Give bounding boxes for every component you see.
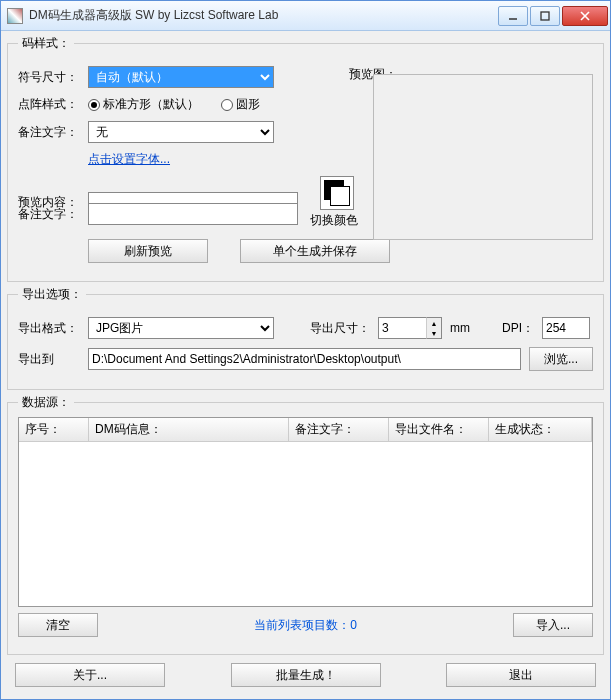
col-filename[interactable]: 导出文件名： (389, 418, 489, 441)
export-size-spinner[interactable]: ▲▼ (378, 317, 442, 339)
style-legend: 码样式： (18, 35, 74, 52)
export-path-label: 导出到 (18, 351, 80, 368)
col-dm-info[interactable]: DM码信息： (89, 418, 289, 441)
chevron-down-icon[interactable]: ▼ (427, 328, 441, 338)
font-settings-link[interactable]: 点击设置字体... (88, 151, 170, 168)
datasource-legend: 数据源： (18, 394, 74, 411)
export-size-label: 导出尺寸： (310, 320, 370, 337)
export-format-select[interactable]: JPG图片 (88, 317, 274, 339)
app-icon (7, 8, 23, 24)
remark-label: 备注文字： (18, 124, 80, 141)
browse-button[interactable]: 浏览... (529, 347, 593, 371)
export-legend: 导出选项： (18, 286, 86, 303)
remark-text-label: 备注文字： (18, 206, 80, 223)
datasource-group: 数据源： 序号： DM码信息： 备注文字： 导出文件名： 生成状态： 清空 当前… (7, 394, 604, 655)
close-button[interactable] (562, 6, 608, 26)
dpi-input[interactable] (542, 317, 590, 339)
single-generate-button[interactable]: 单个生成并保存 (240, 239, 390, 263)
col-remark[interactable]: 备注文字： (289, 418, 389, 441)
window-title: DM码生成器高级版 SW by Lizcst Software Lab (29, 7, 498, 24)
style-group: 码样式： 预览图： 符号尺寸： 自动（默认） 点阵样式： 标准方形（默认） 圆形… (7, 35, 604, 282)
svg-rect-1 (541, 12, 549, 20)
maximize-button[interactable] (530, 6, 560, 26)
swap-color-label: 切换颜色 (310, 212, 358, 229)
export-group: 导出选项： 导出格式： JPG图片 导出尺寸： ▲▼ mm DPI： 导出到 浏… (7, 286, 604, 390)
bottom-bar: 关于... 批量生成！ 退出 (7, 659, 604, 693)
preview-image (373, 74, 593, 240)
data-table[interactable]: 序号： DM码信息： 备注文字： 导出文件名： 生成状态： (18, 417, 593, 607)
col-status[interactable]: 生成状态： (489, 418, 592, 441)
export-size-unit: mm (450, 321, 470, 335)
remark-text-input[interactable] (88, 203, 298, 225)
exit-button[interactable]: 退出 (446, 663, 596, 687)
symbol-size-label: 符号尺寸： (18, 69, 80, 86)
col-index[interactable]: 序号： (19, 418, 89, 441)
dot-style-label: 点阵样式： (18, 96, 80, 113)
titlebar: DM码生成器高级版 SW by Lizcst Software Lab (1, 1, 610, 31)
remark-select[interactable]: 无 (88, 121, 274, 143)
refresh-preview-button[interactable]: 刷新预览 (88, 239, 208, 263)
export-format-label: 导出格式： (18, 320, 80, 337)
count-label: 当前列表项目数： (254, 618, 350, 632)
count-value: 0 (350, 618, 357, 632)
chevron-up-icon[interactable]: ▲ (427, 318, 441, 328)
import-button[interactable]: 导入... (513, 613, 593, 637)
about-button[interactable]: 关于... (15, 663, 165, 687)
batch-generate-button[interactable]: 批量生成！ (231, 663, 381, 687)
radio-square[interactable]: 标准方形（默认） (88, 96, 199, 113)
symbol-size-select[interactable]: 自动（默认） (88, 66, 274, 88)
radio-circle[interactable]: 圆形 (221, 96, 260, 113)
dpi-label: DPI： (502, 320, 534, 337)
export-path-input[interactable] (88, 348, 521, 370)
clear-button[interactable]: 清空 (18, 613, 98, 637)
swap-color-button[interactable] (320, 176, 354, 210)
minimize-button[interactable] (498, 6, 528, 26)
